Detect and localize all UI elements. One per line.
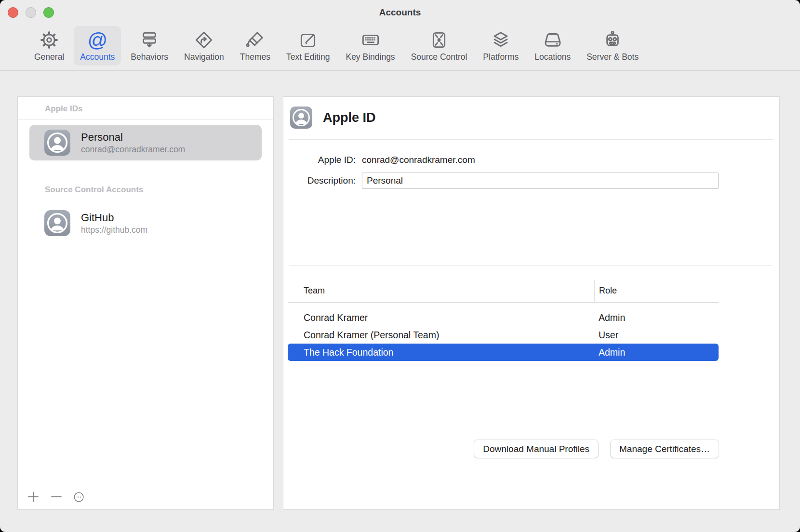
- minimize-button[interactable]: [26, 7, 36, 18]
- apple-id-label: Apple ID:: [283, 155, 356, 165]
- close-button[interactable]: [8, 7, 18, 18]
- tab-navigation[interactable]: Navigation: [178, 26, 230, 66]
- download-manual-profiles-button[interactable]: Download Manual Profiles: [474, 440, 598, 458]
- compose-icon: [298, 28, 318, 52]
- table-header: Team Role: [288, 280, 719, 303]
- tab-themes[interactable]: Themes: [234, 26, 277, 66]
- description-row: Description:: [283, 173, 779, 189]
- account-subtitle: conrad@conradkramer.com: [81, 145, 185, 155]
- account-row-personal[interactable]: Personal conrad@conradkramer.com: [29, 125, 262, 160]
- tab-label: Text Editing: [286, 52, 330, 62]
- keyboard-icon: [361, 28, 380, 52]
- settings-toolbar: General @ Accounts Behaviors: [0, 25, 800, 71]
- tab-general[interactable]: General: [28, 26, 70, 66]
- tab-label: Platforms: [483, 52, 519, 62]
- section-header-source-control: Source Control Accounts: [18, 178, 273, 200]
- detail-header: Apple ID: [289, 97, 773, 140]
- source-control-accounts-section: Source Control Accounts GitHub https://g…: [18, 178, 273, 241]
- team-cell: Conrad Kramer (Personal Team): [288, 330, 594, 341]
- navigation-icon: [194, 28, 213, 52]
- tab-behaviors[interactable]: Behaviors: [124, 26, 174, 66]
- column-header-team: Team: [288, 280, 594, 302]
- tab-platforms[interactable]: Platforms: [477, 26, 525, 66]
- role-cell: Admin: [594, 347, 719, 358]
- add-account-button[interactable]: [27, 490, 40, 504]
- plus-icon: [27, 490, 40, 504]
- robot-icon: [603, 28, 622, 52]
- role-cell: Admin: [594, 312, 719, 323]
- sidebar-actions: [27, 490, 85, 504]
- team-cell: The Hack Foundation: [288, 347, 594, 358]
- account-title: Personal: [81, 131, 185, 144]
- tab-label: Behaviors: [131, 52, 168, 62]
- teams-table: Team Role Conrad Kramer Admin Conrad Kra…: [288, 280, 719, 361]
- person-avatar-icon: [44, 130, 70, 156]
- account-text: Personal conrad@conradkramer.com: [81, 131, 185, 155]
- window-controls: [8, 7, 54, 18]
- tab-label: Locations: [534, 52, 571, 62]
- section-header-apple-ids: Apple IDs: [18, 97, 273, 120]
- account-form: Apple ID: conrad@conradkramer.com Descri…: [283, 155, 779, 189]
- tab-server-bots[interactable]: Server & Bots: [580, 26, 645, 66]
- tab-label: Navigation: [184, 52, 224, 62]
- tab-key-bindings[interactable]: Key Bindings: [339, 26, 401, 66]
- detail-buttons: Download Manual Profiles Manage Certific…: [474, 440, 719, 458]
- account-subtitle: https://github.com: [81, 225, 147, 235]
- accounts-sidebar: Apple IDs Personal conrad@conradkramer.c…: [17, 96, 274, 510]
- tab-accounts[interactable]: @ Accounts: [74, 26, 121, 66]
- account-row-github[interactable]: GitHub https://github.com: [29, 205, 262, 241]
- tab-label: Themes: [240, 52, 270, 62]
- table-row[interactable]: Conrad Kramer Admin: [288, 309, 719, 326]
- layers-icon: [491, 28, 510, 52]
- column-header-role: Role: [594, 280, 719, 302]
- drive-icon: [543, 28, 562, 52]
- table-row-selected[interactable]: The Hack Foundation Admin: [288, 344, 719, 361]
- team-cell: Conrad Kramer: [288, 312, 594, 323]
- description-label: Description:: [283, 175, 356, 186]
- person-avatar-icon: [290, 106, 312, 129]
- apple-ids-section: Apple IDs Personal conrad@conradkramer.c…: [18, 97, 273, 160]
- manage-certificates-button[interactable]: Manage Certificates…: [611, 440, 719, 458]
- xcode-settings-window: Accounts General @ Accounts: [0, 0, 800, 532]
- tab-label: Server & Bots: [587, 52, 639, 62]
- account-title: GitHub: [81, 212, 147, 224]
- zoom-button[interactable]: [43, 7, 54, 18]
- source-control-icon: [429, 28, 449, 52]
- remove-account-button[interactable]: [50, 490, 63, 504]
- description-input[interactable]: [362, 173, 719, 189]
- tab-label: General: [34, 52, 64, 62]
- account-detail-panel: Apple ID Apple ID: conrad@conradkramer.c…: [283, 96, 780, 510]
- behaviors-icon: [140, 28, 159, 52]
- apple-id-value: conrad@conradkramer.com: [362, 155, 475, 165]
- ellipsis-circle-icon: [73, 491, 85, 503]
- tab-locations[interactable]: Locations: [528, 26, 577, 66]
- at-icon: @: [87, 28, 107, 52]
- apple-id-row: Apple ID: conrad@conradkramer.com: [283, 155, 779, 165]
- person-avatar-icon: [44, 210, 70, 236]
- table-body: Conrad Kramer Admin Conrad Kramer (Perso…: [288, 303, 719, 361]
- table-row[interactable]: Conrad Kramer (Personal Team) User: [288, 326, 719, 344]
- gear-icon: [40, 28, 59, 52]
- tab-label: Key Bindings: [346, 52, 395, 62]
- role-cell: User: [594, 330, 719, 341]
- titlebar: Accounts: [0, 0, 800, 25]
- paintbrush-icon: [245, 28, 265, 52]
- detail-title: Apple ID: [323, 110, 376, 125]
- tab-source-control[interactable]: Source Control: [405, 26, 474, 66]
- section-divider: [289, 265, 773, 266]
- minus-icon: [50, 490, 63, 504]
- account-text: GitHub https://github.com: [81, 212, 147, 235]
- window-title: Accounts: [379, 7, 421, 18]
- tab-label: Source Control: [411, 52, 467, 62]
- tab-label: Accounts: [80, 52, 115, 62]
- more-options-button[interactable]: [73, 491, 85, 503]
- tab-text-editing[interactable]: Text Editing: [280, 26, 336, 66]
